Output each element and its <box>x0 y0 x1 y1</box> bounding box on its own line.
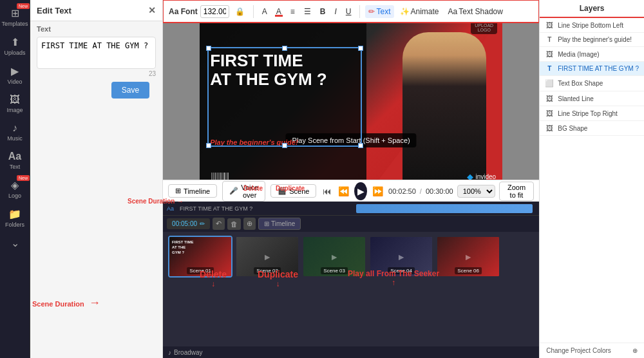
main-play-button[interactable]: ▶ <box>354 182 367 200</box>
timeline-track-row: Aa FIRST TIME AT THE GYM ? <box>163 202 539 216</box>
text-color-button[interactable]: A <box>273 5 285 18</box>
playback-controls: ⏮ ⏪ ▶ ⏩ 00:02:50 / 00:30:00 100% 75% 50%… <box>321 182 534 201</box>
frame-back-button[interactable]: ⏪ <box>337 185 350 198</box>
bold-button[interactable]: B <box>317 5 329 18</box>
sidebar-item-uploads[interactable]: ⬆ Uploads <box>0 32 30 60</box>
sidebar-item-image[interactable]: 🖼 Image <box>0 90 30 117</box>
timeline-icon: ⊞ <box>175 187 181 195</box>
layer-2-name: Play the beginner's guide! <box>558 36 639 43</box>
save-button[interactable]: Save <box>111 82 149 99</box>
animate-button[interactable]: ✨ Animate <box>397 5 442 18</box>
upload-logo[interactable]: UPLOADLOGO <box>471 23 497 34</box>
align-left-button[interactable]: ≡ <box>287 5 298 18</box>
sidebar-label-uploads: Uploads <box>4 50 25 56</box>
scene-thumb-4[interactable]: ► Scene 04 <box>369 236 433 278</box>
layer-item-8[interactable]: 🖼 BG Shape <box>540 121 644 136</box>
layers-header: Layers <box>540 0 644 18</box>
scene-thumb-3[interactable]: ► Scene 03 <box>302 236 366 278</box>
music-icon: ♪ <box>168 349 171 356</box>
layer-item-2[interactable]: T Play the beginner's guide! <box>540 33 644 47</box>
scene-thumb-2[interactable]: ► Scene 02 <box>235 236 299 278</box>
sidebar-item-music[interactable]: ♪ Music <box>0 118 30 146</box>
skip-back-button[interactable]: ⏮ <box>321 185 333 198</box>
sidebar-label-templates: Templates <box>1 21 28 27</box>
track-bar <box>356 204 533 213</box>
font-size-input[interactable] <box>200 5 229 18</box>
folders-icon: 📁 <box>8 208 21 220</box>
align-center-button[interactable]: ☰ <box>301 5 314 18</box>
canvas[interactable]: UPLOADLOGO ◆ invideo FIRST TIME AT THE G… <box>200 23 502 180</box>
total-time: 00:30:00 <box>426 187 453 195</box>
text-shadow-button[interactable]: Aa Text Shadow <box>445 5 506 18</box>
layer-5-icon: ⬜ <box>545 79 554 88</box>
animate-label: Animate <box>411 7 439 16</box>
left-sidebar: New ⊞ Templates ⬆ Uploads ▶ Video 🖼 Imag… <box>0 0 30 358</box>
layer-4-name: FIRST TIME AT THE GYM ? <box>558 65 639 72</box>
sidebar-item-text[interactable]: Aa Text <box>0 147 30 174</box>
layer-item-5[interactable]: ⬜ Text Box Shape <box>540 76 644 91</box>
scene-icon: 🎬 <box>278 187 287 195</box>
track-name: FIRST TIME AT THE GYM ? <box>180 205 356 212</box>
change-project-colors-label: Change Project Colors <box>546 347 611 354</box>
layer-6-icon: 🖼 <box>545 95 554 102</box>
font-family-button[interactable]: A <box>259 5 270 18</box>
lock-button[interactable]: 🔒 <box>232 5 248 18</box>
scene-3-label: Scene 03 <box>321 267 348 274</box>
layer-item-4[interactable]: T FIRST TIME AT THE GYM ? <box>540 62 644 76</box>
edit-duration-icon[interactable]: ✏ <box>200 220 205 227</box>
voiceover-tab-label: Voice over <box>241 184 258 199</box>
scene-thumb-1[interactable]: FIRST TIMEAT THEGYM ? Scene 01 <box>168 236 232 278</box>
layer-item-1[interactable]: 🖼 Line Stripe Bottom Left <box>540 18 644 33</box>
timeline-tab-button[interactable]: ⊞ Timeline <box>168 184 217 198</box>
canvas-text-line2: AT THE GYM ? <box>210 70 327 89</box>
edit-panel-close-button[interactable]: ✕ <box>148 5 156 15</box>
upload-logo-text: UPLOADLOGO <box>475 23 493 32</box>
sidebar-item-folders[interactable]: 📁 Folders <box>0 204 30 232</box>
toolbar-text-format-group: A A ≡ ☰ B I U <box>259 5 355 18</box>
italic-button[interactable]: I <box>331 5 339 18</box>
sidebar-item-video[interactable]: ▶ Video <box>0 61 30 89</box>
canvas-main-text[interactable]: FIRST TIME AT THE GYM ? <box>210 52 327 88</box>
layer-1-icon: 🖼 <box>545 21 554 29</box>
change-project-colors-button[interactable]: Change Project Colors ⊕ <box>540 343 644 358</box>
video-icon: ▶ <box>11 65 19 77</box>
zoom-select[interactable]: 100% 75% 50% 125% 150% <box>457 185 495 198</box>
underline-button[interactable]: U <box>343 5 355 18</box>
timeline-area: Aa FIRST TIME AT THE GYM ? 00:05:00 ✏ ↶ … <box>163 202 539 358</box>
canvas-sub-text: Play the beginner's guide! <box>210 138 298 146</box>
edit-text-input[interactable]: FIRST TIME AT THE GYM ? <box>37 37 156 69</box>
layer-5-name: Text Box Shape <box>558 80 639 87</box>
zoom-fit-button[interactable]: Zoom to fit <box>499 182 534 201</box>
music-icon: ♪ <box>12 122 17 134</box>
sidebar-item-templates[interactable]: New ⊞ Templates <box>0 3 30 31</box>
voiceover-icon: 🎤 <box>229 187 238 195</box>
sidebar-item-logo[interactable]: New ◈ Logo <box>0 175 30 203</box>
layer-item-7[interactable]: 🖼 Line Stripe Top Right <box>540 106 644 121</box>
delete-scene-button[interactable]: 🗑 <box>227 218 241 230</box>
char-count: 23 <box>30 69 162 79</box>
edit-panel: Edit Text ✕ Text FIRST TIME AT THE GYM ?… <box>30 0 163 358</box>
edit-panel-header: Edit Text ✕ <box>30 0 162 21</box>
track-font-icon: Aa <box>167 205 180 212</box>
layer-item-6[interactable]: 🖼 Slanted Line <box>540 91 644 106</box>
separator-2 <box>359 5 360 18</box>
invideo-text: invideo <box>475 173 496 180</box>
duplicate-scene-button[interactable]: ⊕ <box>243 218 256 230</box>
sidebar-label-folders: Folders <box>5 221 24 228</box>
text-button[interactable]: ✏ Text <box>365 5 393 18</box>
voiceover-tab-button[interactable]: 🎤 Voice over <box>222 181 265 202</box>
layer-item-3[interactable]: 🖼 Media (Image) <box>540 47 644 62</box>
scenes-strip: FIRST TIMEAT THEGYM ? Scene 01 ► Scene 0… <box>163 232 539 346</box>
timeline-tab-label: Timeline <box>184 187 210 195</box>
timeline-scene-button[interactable]: ⊞ Timeline <box>258 218 301 230</box>
person-image <box>402 32 486 180</box>
layer-4-icon: T <box>545 65 554 72</box>
scene-thumb-5[interactable]: ► Scene 06 <box>436 236 500 278</box>
sidebar-item-more[interactable]: ⌄ <box>0 233 30 253</box>
layer-6-name: Slanted Line <box>558 95 639 102</box>
scene-5-label: Scene 06 <box>455 267 482 274</box>
frame-forward-button[interactable]: ⏩ <box>371 185 384 198</box>
undo-button[interactable]: ↶ <box>213 218 225 230</box>
scene-tab-button[interactable]: 🎬 Scene <box>270 184 316 198</box>
text-button-label: Text <box>376 7 390 16</box>
